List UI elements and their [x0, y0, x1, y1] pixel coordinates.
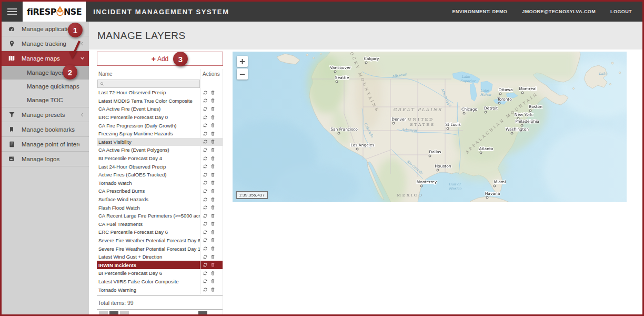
table-row[interactable]: Latest Wind Gust + Direction — [97, 253, 223, 261]
refresh-icon[interactable] — [203, 246, 208, 251]
refresh-icon[interactable] — [203, 123, 208, 128]
delete-icon[interactable] — [210, 213, 215, 219]
refresh-icon[interactable] — [203, 180, 208, 185]
refresh-icon[interactable] — [203, 139, 208, 144]
refresh-icon[interactable] — [203, 115, 208, 120]
table-row[interactable]: CA Recent Large Fire Perimeters (>=5000 … — [97, 212, 223, 220]
refresh-icon[interactable] — [203, 189, 208, 194]
refresh-icon[interactable] — [203, 164, 208, 169]
delete-icon[interactable] — [210, 279, 215, 284]
table-row[interactable]: Last 24-Hour Observed Precip — [97, 162, 223, 171]
refresh-icon[interactable] — [203, 254, 208, 260]
annotation-badge-3: 3 — [173, 52, 188, 66]
add-layer-button[interactable]: + Add — [97, 52, 223, 66]
layer-name: CA Recent Large Fire Perimeters (>=5000 … — [97, 213, 200, 219]
sidebar-item-manage-logos[interactable]: Manage logos — [2, 152, 89, 166]
refresh-icon[interactable] — [203, 279, 208, 284]
table-row[interactable]: Last 72-Hour Observed Precip — [97, 88, 223, 97]
map-canvas[interactable]: ROCKY MOUNTAINS APPALACHIAN MOUNTAINS Mi… — [233, 52, 627, 202]
map-city-label: New York — [515, 112, 533, 117]
delete-icon[interactable] — [210, 205, 215, 210]
refresh-icon[interactable] — [203, 262, 208, 268]
table-row[interactable]: CA Prescribed Burns — [97, 187, 223, 195]
table-row[interactable]: Latest Visibility — [97, 138, 223, 146]
refresh-icon[interactable] — [203, 172, 208, 177]
table-row[interactable]: Flash Flood Watch — [97, 203, 223, 212]
delete-icon[interactable] — [210, 221, 215, 226]
sidebar-item-manage-presets[interactable]: Manage presets — [2, 107, 89, 122]
delete-icon[interactable] — [210, 147, 215, 153]
delete-icon[interactable] — [210, 254, 215, 260]
table-row[interactable]: CA Fuel Treatments — [97, 220, 223, 229]
delete-icon[interactable] — [210, 90, 215, 95]
table-row[interactable]: Severe Fire Weather Potential Forecast D… — [97, 244, 223, 253]
table-row[interactable]: Freezing Spray Maritime Hazards — [97, 130, 223, 138]
table-row[interactable]: Active Fires (CalOES Tracked) — [97, 171, 223, 179]
table-row[interactable]: CA Active Fire (Event Polygons) — [97, 146, 223, 154]
refresh-icon[interactable] — [203, 98, 208, 103]
zoom-out-button[interactable]: − — [237, 68, 248, 80]
table-row[interactable]: CA Active Fire (Event Lines) — [97, 105, 223, 113]
page-button[interactable] — [99, 311, 108, 316]
sidebar-item-manage-bookmarks[interactable]: Manage bookmarks — [2, 122, 89, 137]
table-row[interactable]: IRWIN Incidents — [97, 261, 223, 269]
map-icon — [2, 55, 22, 62]
refresh-icon[interactable] — [203, 205, 208, 210]
delete-icon[interactable] — [210, 287, 215, 292]
delete-icon[interactable] — [210, 156, 215, 161]
refresh-icon[interactable] — [203, 221, 208, 226]
delete-icon[interactable] — [210, 238, 215, 243]
table-row[interactable]: Surface Wind Hazards — [97, 195, 223, 204]
zoom-in-button[interactable]: + — [237, 56, 248, 67]
delete-icon[interactable] — [210, 106, 215, 112]
refresh-icon[interactable] — [203, 156, 208, 161]
page-button-current[interactable] — [109, 311, 118, 316]
delete-icon[interactable] — [210, 180, 215, 185]
map-city-label: Houston — [435, 164, 451, 169]
map-city-label: Monterrey — [417, 180, 437, 184]
refresh-icon[interactable] — [203, 287, 208, 292]
delete-icon[interactable] — [210, 172, 215, 177]
table-row[interactable]: Tornado Watch — [97, 179, 223, 187]
delete-icon[interactable] — [210, 246, 215, 251]
page-button-last[interactable] — [198, 311, 207, 316]
table-row[interactable]: Latest VIIRS False Color Composite — [97, 278, 223, 286]
refresh-icon[interactable] — [203, 238, 208, 243]
delete-icon[interactable] — [210, 230, 215, 235]
logout-button[interactable]: LOGOUT — [610, 9, 632, 14]
delete-icon[interactable] — [210, 139, 215, 144]
refresh-icon[interactable] — [203, 106, 208, 112]
sidebar-item-manage-quickmaps[interactable]: Manage quickmaps — [2, 80, 89, 93]
page-button[interactable] — [120, 311, 129, 316]
sidebar-item-manage-toc[interactable]: Manage TOC — [2, 93, 89, 107]
delete-icon[interactable] — [210, 189, 215, 194]
refresh-icon[interactable] — [203, 230, 208, 235]
delete-icon[interactable] — [210, 123, 215, 128]
table-row[interactable]: Tornado Warning — [97, 285, 223, 294]
refresh-icon[interactable] — [203, 147, 208, 153]
delete-icon[interactable] — [210, 98, 215, 103]
table-row[interactable]: Severe Fire Weather Potential Forecast D… — [97, 236, 223, 245]
delete-icon[interactable] — [210, 131, 215, 136]
delete-icon[interactable] — [210, 262, 215, 268]
refresh-icon[interactable] — [203, 131, 208, 136]
hamburger-menu-icon[interactable] — [2, 2, 23, 22]
sidebar-item-manage-point-of-interest[interactable]: Manage point of interest — [2, 137, 89, 152]
delete-icon[interactable] — [210, 271, 215, 276]
table-row[interactable]: CA Fire Progression (Daily Growth) — [97, 121, 223, 130]
refresh-icon[interactable] — [203, 271, 208, 276]
table-row[interactable]: BI Percentile Forecast Day 6 — [97, 269, 223, 278]
table-row[interactable]: ERC Percentile Forecast Day 6 — [97, 228, 223, 236]
table-row[interactable]: Latest MODIS Terra True Color Composite — [97, 97, 223, 105]
refresh-icon[interactable] — [203, 197, 208, 202]
table-row[interactable]: BI Percentile Forecast Day 4 — [97, 154, 223, 163]
refresh-icon[interactable] — [203, 90, 208, 95]
delete-icon[interactable] — [210, 197, 215, 202]
delete-icon[interactable] — [210, 164, 215, 169]
search-input[interactable] — [106, 81, 197, 87]
table-row[interactable]: ERC Percentile Forecast Day 0 — [97, 113, 223, 122]
delete-icon[interactable] — [210, 115, 215, 120]
layer-name: ERC Percentile Forecast Day 0 — [97, 114, 200, 120]
layer-name: Latest MODIS Terra True Color Composite — [97, 98, 200, 104]
refresh-icon[interactable] — [203, 213, 208, 219]
